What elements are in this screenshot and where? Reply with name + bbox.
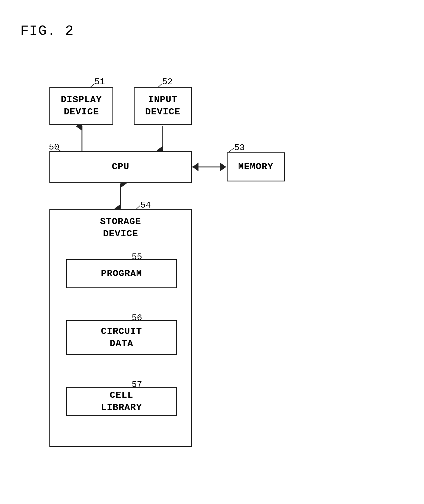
display-device-box: DISPLAYDEVICE — [49, 87, 113, 125]
ref-53: 53 — [234, 143, 245, 153]
ref-51: 51 — [94, 77, 105, 87]
ref-50: 50 — [49, 142, 59, 152]
cell-library-label: CELLLIBRARY — [101, 389, 142, 413]
ref-56: 56 — [132, 313, 142, 323]
input-device-box: INPUTDEVICE — [134, 87, 192, 125]
memory-label: MEMORY — [238, 161, 273, 173]
ref-55: 55 — [132, 252, 142, 262]
input-device-label: INPUTDEVICE — [145, 94, 180, 118]
storage-device-outer: STORAGEDEVICE PROGRAM CIRCUITDATA CELLLI… — [49, 209, 192, 447]
memory-box: MEMORY — [227, 152, 285, 181]
storage-device-label: STORAGEDEVICE — [50, 216, 191, 240]
cpu-label: CPU — [112, 161, 130, 173]
ref-52: 52 — [162, 77, 173, 87]
display-device-label: DISPLAYDEVICE — [61, 94, 102, 118]
program-label: PROGRAM — [101, 268, 142, 280]
circuit-data-box: CIRCUITDATA — [66, 320, 177, 355]
ref-57: 57 — [132, 380, 142, 390]
circuit-data-label: CIRCUITDATA — [101, 325, 142, 350]
cell-library-box: CELLLIBRARY — [66, 387, 177, 416]
cpu-box: CPU — [49, 151, 192, 183]
ref-54: 54 — [140, 200, 151, 210]
diagram: FIG. 2 — [17, 17, 407, 496]
svg-line-8 — [229, 148, 234, 152]
program-box: PROGRAM — [66, 259, 177, 288]
figure-title: FIG. 2 — [20, 23, 74, 39]
